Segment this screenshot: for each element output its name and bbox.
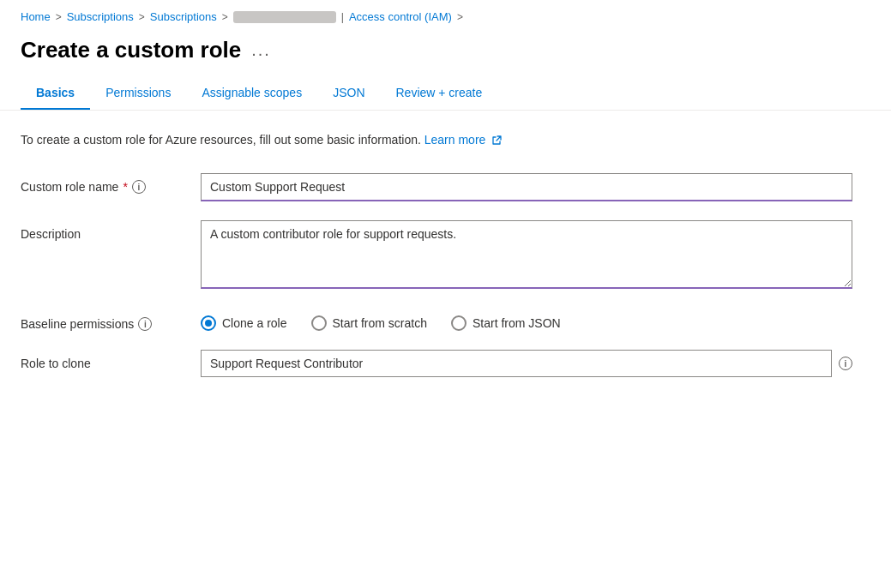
custom-role-name-row: Custom role name * i	[21, 173, 870, 201]
breadcrumb-subscriptions-2[interactable]: Subscriptions	[150, 10, 217, 23]
radio-start-from-scratch[interactable]: Start from scratch	[311, 315, 427, 331]
description-input[interactable]: A custom contributor role for support re…	[201, 220, 852, 289]
tab-assignable-scopes[interactable]: Assignable scopes	[186, 77, 317, 110]
tab-permissions[interactable]: Permissions	[90, 77, 186, 110]
role-to-clone-input-area: i	[201, 350, 852, 377]
breadcrumb-sep-0: >	[56, 11, 62, 23]
more-options-icon[interactable]: ...	[251, 40, 271, 60]
external-link-icon	[491, 135, 502, 146]
role-to-clone-input[interactable]	[201, 350, 832, 377]
description-label: Description	[21, 220, 201, 241]
radio-json-label: Start from JSON	[473, 316, 561, 330]
radio-clone-inner	[205, 320, 212, 327]
radio-scratch-outer	[311, 315, 327, 331]
required-indicator: *	[123, 180, 127, 194]
page-title: Create a custom role	[21, 37, 241, 63]
role-to-clone-info-icon[interactable]: i	[839, 357, 852, 370]
custom-role-name-input-area	[201, 173, 852, 201]
breadcrumb-iam[interactable]: Access control (IAM)	[349, 10, 452, 23]
radio-clone-label: Clone a role	[222, 316, 287, 330]
tab-basics[interactable]: Basics	[21, 77, 90, 110]
tab-json[interactable]: JSON	[317, 77, 380, 110]
form-area: To create a custom role for Azure resour…	[0, 111, 891, 417]
breadcrumb-subscriptions-1[interactable]: Subscriptions	[67, 10, 134, 23]
description-row: Description A custom contributor role fo…	[21, 220, 870, 291]
breadcrumb-sep-1: >	[139, 11, 145, 23]
breadcrumb-blurred	[233, 11, 336, 23]
custom-role-name-input[interactable]	[201, 173, 852, 201]
breadcrumb-sep-3: |	[341, 11, 344, 23]
custom-role-name-label: Custom role name * i	[21, 173, 201, 194]
breadcrumb: Home > Subscriptions > Subscriptions > |…	[0, 0, 891, 30]
baseline-permissions-label: Baseline permissions i	[21, 310, 201, 331]
radio-scratch-label: Start from scratch	[333, 316, 427, 330]
learn-more-link[interactable]: Learn more	[424, 133, 486, 147]
baseline-permissions-radio-group: Clone a role Start from scratch Start fr…	[201, 310, 852, 331]
form-description: To create a custom role for Azure resour…	[21, 131, 870, 149]
radio-json-outer	[451, 315, 467, 331]
baseline-permissions-input-area: Clone a role Start from scratch Start fr…	[201, 310, 852, 331]
description-input-area: A custom contributor role for support re…	[201, 220, 852, 291]
baseline-permissions-info-icon[interactable]: i	[138, 317, 152, 331]
radio-clone-a-role[interactable]: Clone a role	[201, 315, 287, 331]
tabs-container: Basics Permissions Assignable scopes JSO…	[0, 77, 891, 111]
breadcrumb-sep-4: >	[457, 11, 463, 23]
page-header: Create a custom role ...	[0, 30, 891, 77]
custom-role-name-info-icon[interactable]: i	[132, 180, 146, 194]
baseline-permissions-row: Baseline permissions i Clone a role Star…	[21, 310, 870, 331]
breadcrumb-home[interactable]: Home	[21, 10, 51, 23]
role-to-clone-label: Role to clone	[21, 350, 201, 370]
role-to-clone-row: Role to clone i	[21, 350, 870, 377]
clone-input-row: i	[201, 350, 852, 377]
radio-clone-outer	[201, 315, 216, 331]
tab-review-create[interactable]: Review + create	[381, 77, 498, 110]
radio-start-from-json[interactable]: Start from JSON	[451, 315, 561, 331]
breadcrumb-sep-2: >	[222, 11, 228, 23]
